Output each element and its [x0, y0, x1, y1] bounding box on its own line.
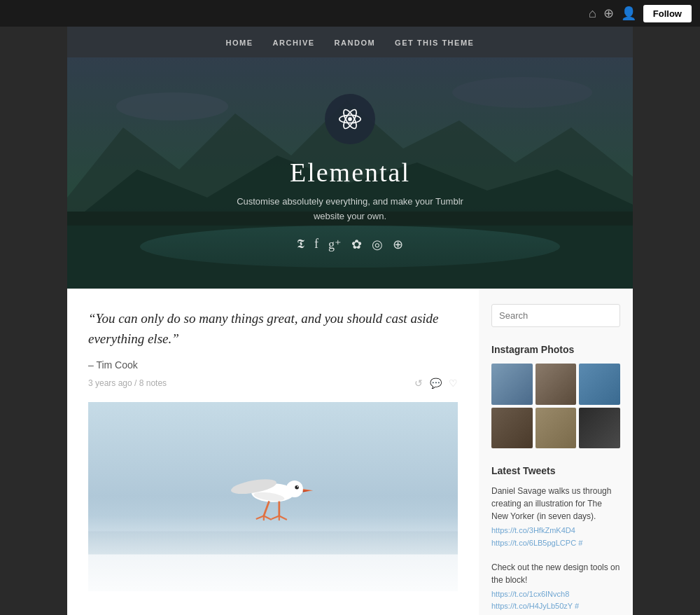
svg-point-8 [348, 117, 352, 121]
rss-icon[interactable]: ⊕ [393, 237, 403, 252]
left-column: “You can only do so many things great, a… [67, 289, 479, 615]
post-timestamp: 3 years ago / 8 notes [88, 378, 167, 388]
hero-content: Elemental Customise absolutely everythin… [237, 94, 463, 252]
ig-photo-6[interactable] [579, 408, 620, 449]
site-wrapper: HOME ARCHIVE RANDOM GET THIS THEME [67, 27, 633, 615]
instagram-section-title: Instagram Photos [491, 344, 620, 355]
svg-line-25 [256, 516, 264, 518]
site-description: Customise absolutely everything, and mak… [237, 195, 463, 224]
topbar: ⌂ ⊕ 👤 Follow [0, 0, 700, 27]
tweet-2: Check out the new design tools on the bl… [491, 561, 620, 613]
quote-text: “You can only do so many things great, a… [88, 308, 458, 350]
quote-source: – Tim Cook [88, 359, 458, 371]
site-nav: HOME ARCHIVE RANDOM GET THIS THEME [67, 27, 633, 57]
heart-icon[interactable]: ♡ [449, 378, 458, 389]
ig-photo-2[interactable] [536, 364, 577, 405]
post-image [88, 402, 458, 591]
post-image-container [88, 402, 458, 591]
nav-archive[interactable]: ARCHIVE [273, 39, 315, 47]
ig-photo-3[interactable] [579, 364, 620, 405]
tweet-1-text: Daniel Savage walks us through creating … [491, 485, 620, 523]
nav-home[interactable]: HOME [226, 39, 253, 47]
tweet-2-link2[interactable]: https://t.co/H4JyLb50zY # [491, 600, 620, 613]
search-input[interactable] [491, 304, 620, 327]
svg-line-27 [264, 516, 272, 520]
tweet-1-link2[interactable]: https://t.co/6LB5pgLCPC # [491, 537, 620, 550]
ig-photo-5[interactable] [536, 408, 577, 449]
svg-point-20 [297, 486, 298, 488]
right-sidebar: Instagram Photos Latest Tweets Daniel Sa… [479, 289, 633, 615]
googleplus-icon[interactable]: g⁺ [328, 237, 342, 252]
facebook-icon[interactable]: f [314, 237, 318, 252]
svg-rect-13 [88, 531, 458, 591]
tweet-1: Daniel Savage walks us through creating … [491, 485, 620, 549]
svg-point-19 [295, 485, 299, 490]
nav-get-theme[interactable]: GET THIS THEME [395, 39, 474, 47]
ig-photo-4[interactable] [491, 408, 533, 449]
post-meta: 3 years ago / 8 notes ↺ 💬 ♡ [88, 378, 458, 389]
instagram-grid [491, 364, 620, 448]
dribbble-icon[interactable]: ✿ [351, 237, 362, 252]
hero-section: Elemental Customise absolutely everythin… [67, 57, 633, 289]
svg-line-28 [272, 516, 279, 518]
svg-point-16 [286, 481, 303, 497]
main-content: “You can only do so many things great, a… [67, 289, 633, 615]
atom-icon [337, 106, 363, 132]
tweets-section-title: Latest Tweets [491, 465, 620, 476]
svg-line-30 [279, 516, 287, 520]
nav-links: HOME ARCHIVE RANDOM GET THIS THEME [226, 36, 475, 48]
follow-button[interactable]: Follow [643, 5, 692, 22]
reblog-icon[interactable]: ↺ [414, 378, 423, 389]
nav-random[interactable]: RANDOM [335, 39, 376, 47]
site-title: Elemental [237, 157, 463, 188]
add-icon[interactable]: ⊕ [603, 6, 614, 21]
tweet-2-text: Check out the new design tools on the bl… [491, 561, 620, 586]
post-actions: ↺ 💬 ♡ [414, 378, 458, 389]
instagram-icon[interactable]: ◎ [372, 237, 383, 252]
svg-rect-14 [88, 554, 458, 591]
user-icon[interactable]: 👤 [621, 6, 636, 21]
ig-photo-1[interactable] [491, 364, 533, 405]
comment-icon[interactable]: 💬 [430, 378, 442, 389]
twitter-icon[interactable]: 𝕿 [297, 237, 304, 252]
social-icons: 𝕿 f g⁺ ✿ ◎ ⊕ [237, 237, 463, 252]
home-icon[interactable]: ⌂ [589, 6, 596, 21]
tweet-1-link1[interactable]: https://t.co/3HfkZmK4D4 [491, 525, 620, 537]
tweet-2-link1[interactable]: https://t.co/1cx6INvch8 [491, 588, 620, 601]
site-logo [325, 94, 375, 144]
